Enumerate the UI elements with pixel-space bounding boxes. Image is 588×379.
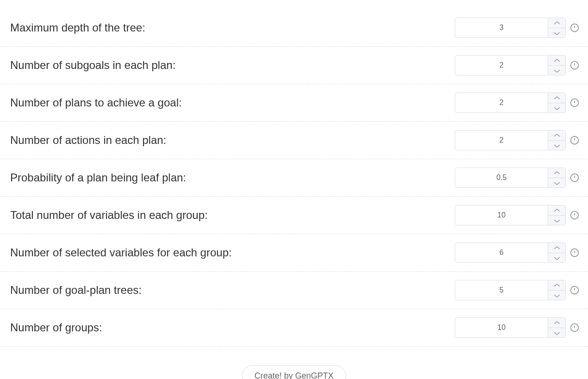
info-icon[interactable]	[569, 60, 580, 70]
field-label: Number of groups:	[10, 321, 455, 334]
increase-button[interactable]	[548, 243, 565, 253]
field-row-max-depth: Maximum depth of the tree:	[0, 9, 588, 47]
field-input-wrap	[455, 205, 580, 225]
create-button[interactable]: Create! by GenGPTX	[242, 365, 346, 379]
chevron-up-icon	[554, 318, 560, 327]
chevron-up-icon	[554, 168, 560, 177]
increase-button[interactable]	[548, 280, 565, 291]
field-input-wrap	[455, 93, 580, 113]
decrease-button[interactable]	[548, 28, 565, 38]
spinner	[548, 93, 565, 112]
number-input-field[interactable]	[455, 18, 548, 37]
spinner	[548, 56, 565, 75]
svg-point-8	[575, 105, 575, 105]
field-input-wrap	[455, 242, 580, 263]
info-icon[interactable]	[569, 248, 580, 258]
info-icon[interactable]	[569, 210, 580, 220]
info-icon[interactable]	[569, 98, 580, 108]
info-icon[interactable]	[569, 285, 580, 295]
svg-point-23	[575, 292, 575, 292]
number-input-field[interactable]	[455, 130, 548, 150]
info-icon[interactable]	[569, 323, 580, 333]
info-icon[interactable]	[569, 173, 580, 183]
field-label: Maximum depth of the tree:	[10, 21, 455, 34]
parameter-form: Maximum depth of the tree: Number of sub…	[0, 9, 588, 379]
svg-point-17	[575, 217, 575, 217]
number-input-field[interactable]	[455, 56, 548, 75]
increase-button[interactable]	[548, 93, 565, 103]
field-input-wrap	[455, 280, 580, 300]
field-input-wrap	[455, 18, 580, 38]
svg-point-2	[575, 30, 575, 30]
decrease-button[interactable]	[548, 103, 565, 113]
field-row-total-vars: Total number of variables in each group:	[0, 197, 588, 234]
field-row-num-groups: Number of groups:	[0, 309, 588, 347]
chevron-down-icon	[554, 291, 560, 299]
decrease-button[interactable]	[548, 66, 565, 75]
increase-button[interactable]	[548, 168, 565, 178]
number-input-field[interactable]	[455, 280, 548, 300]
form-footer: Create! by GenGPTX	[0, 347, 588, 379]
decrease-button[interactable]	[548, 216, 565, 225]
number-input	[455, 280, 566, 300]
field-input-wrap	[455, 317, 580, 338]
field-row-num-trees: Number of goal-plan trees:	[0, 272, 588, 309]
number-input-field[interactable]	[455, 93, 548, 112]
decrease-button[interactable]	[548, 141, 565, 150]
spinner	[548, 280, 565, 300]
field-row-num-subgoals: Number of subgoals in each plan:	[0, 47, 588, 84]
chevron-up-icon	[554, 131, 560, 139]
field-input-wrap	[455, 168, 580, 188]
chevron-down-icon	[554, 29, 560, 37]
number-input	[455, 55, 566, 75]
chevron-down-icon	[554, 254, 560, 262]
decrease-button[interactable]	[548, 253, 565, 263]
chevron-down-icon	[554, 104, 560, 112]
field-label: Number of selected variables for each gr…	[10, 246, 455, 259]
number-input	[455, 242, 566, 263]
info-icon[interactable]	[569, 23, 580, 33]
spinner	[548, 18, 565, 37]
field-row-num-actions: Number of actions in each plan:	[0, 122, 588, 159]
field-label: Number of actions in each plan:	[10, 134, 455, 147]
info-icon[interactable]	[569, 135, 580, 145]
field-label: Total number of variables in each group:	[10, 209, 455, 222]
decrease-button[interactable]	[548, 178, 565, 188]
number-input-field[interactable]	[455, 243, 548, 262]
field-input-wrap	[455, 130, 580, 150]
number-input-field[interactable]	[455, 168, 548, 187]
chevron-up-icon	[554, 243, 560, 252]
chevron-up-icon	[554, 206, 560, 214]
chevron-up-icon	[554, 19, 560, 27]
field-row-selected-vars: Number of selected variables for each gr…	[0, 234, 588, 272]
chevron-down-icon	[554, 216, 560, 224]
field-label: Number of plans to achieve a goal:	[10, 96, 455, 109]
svg-point-11	[575, 142, 575, 143]
svg-point-5	[575, 67, 575, 68]
increase-button[interactable]	[548, 18, 565, 28]
number-input-field[interactable]	[455, 205, 548, 225]
number-input	[455, 205, 566, 225]
chevron-down-icon	[554, 179, 560, 187]
increase-button[interactable]	[548, 56, 565, 66]
decrease-button[interactable]	[548, 291, 565, 300]
chevron-up-icon	[554, 93, 560, 102]
increase-button[interactable]	[548, 205, 565, 216]
field-input-wrap	[455, 55, 580, 75]
chevron-down-icon	[554, 329, 560, 337]
chevron-up-icon	[554, 56, 560, 64]
spinner	[548, 318, 565, 337]
field-row-prob-leaf: Probability of a plan being leaf plan:	[0, 159, 588, 197]
svg-point-20	[575, 255, 575, 255]
spinner	[548, 243, 565, 262]
number-input	[455, 168, 566, 188]
decrease-button[interactable]	[548, 328, 565, 338]
number-input-field[interactable]	[455, 318, 548, 337]
increase-button[interactable]	[548, 130, 565, 141]
spinner	[548, 168, 565, 187]
increase-button[interactable]	[548, 318, 565, 328]
number-input	[455, 18, 566, 38]
field-label: Probability of a plan being leaf plan:	[10, 171, 455, 184]
field-label: Number of subgoals in each plan:	[10, 59, 455, 72]
spinner	[548, 205, 565, 225]
